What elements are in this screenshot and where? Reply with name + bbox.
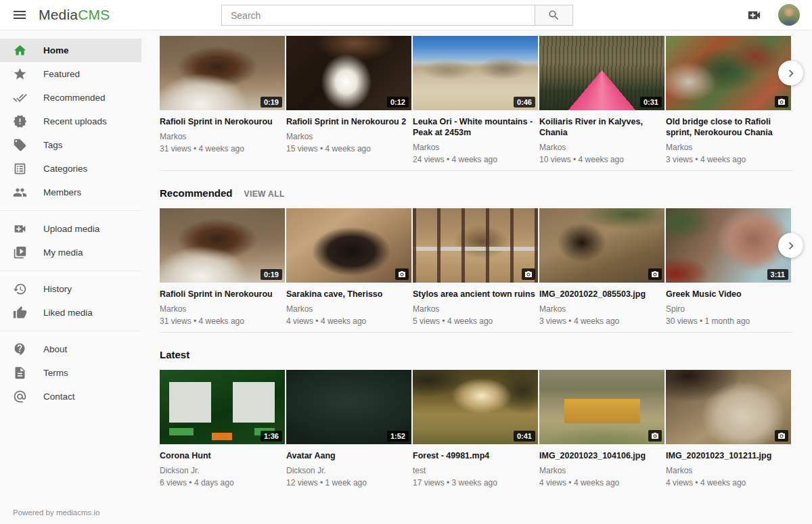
sidebar: HomeFeaturedRecommendedRecent uploadsTag… — [0, 30, 141, 524]
media-row: 0:19Rafioli Sprint in NerokourouMarkos31… — [160, 208, 793, 327]
sidebar-item-upload-media[interactable]: Upload media — [0, 217, 141, 241]
sidebar-item-label: Liked media — [43, 308, 93, 318]
camera-icon — [398, 270, 406, 279]
media-title[interactable]: Forest - 49981.mp4 — [413, 450, 538, 461]
sidebar-divider — [0, 210, 141, 211]
media-card: 0:12Rafioli Sprint in Nerokourou 2Markos… — [286, 36, 411, 154]
scroll-next-button[interactable] — [778, 233, 803, 258]
sidebar-item-terms[interactable]: Terms — [0, 361, 141, 385]
sidebar-item-label: My media — [43, 247, 83, 258]
media-thumbnail[interactable] — [666, 370, 791, 444]
media-thumbnail[interactable]: 3:11 — [666, 208, 791, 283]
media-title[interactable]: IMG_20201023_104106.jpg — [539, 450, 664, 461]
media-meta: 31 views • 4 weeks ago — [160, 144, 285, 154]
sidebar-item-featured[interactable]: Featured — [0, 62, 141, 86]
new-releases-icon — [13, 114, 27, 128]
media-thumbnail[interactable] — [413, 208, 538, 283]
media-author: Dickson Jr. — [160, 466, 285, 476]
sidebar-item-my-media[interactable]: My media — [0, 241, 141, 264]
media-title[interactable]: IMG_20201022_085503.jpg — [539, 289, 664, 300]
media-thumbnail[interactable] — [666, 36, 791, 110]
media-author: Markos — [666, 466, 791, 476]
media-title[interactable]: Old bridge close to Rafioli sprint, Nero… — [666, 116, 791, 138]
media-title[interactable]: Corona Hunt — [160, 450, 285, 461]
media-thumbnail[interactable]: 0:19 — [160, 36, 285, 110]
star-icon — [13, 67, 27, 81]
sidebar-item-members[interactable]: Members — [0, 181, 141, 204]
media-card: Sarakina cave, TherissoMarkos4 views • 4… — [286, 208, 411, 327]
media-thumbnail[interactable]: 0:19 — [160, 208, 285, 283]
image-type-badge — [395, 268, 409, 280]
media-author: Markos — [666, 143, 791, 153]
media-author: Markos — [286, 304, 411, 314]
user-avatar[interactable] — [778, 4, 800, 26]
media-meta: 15 views • 4 weeks ago — [286, 144, 411, 154]
image-type-badge — [522, 268, 535, 280]
view-all-link[interactable]: VIEW ALL — [244, 189, 285, 199]
sidebar-item-categories[interactable]: Categories — [0, 157, 141, 181]
media-author: test — [413, 466, 538, 476]
media-card: 0:19Rafioli Sprint in NerokourouMarkos31… — [160, 36, 285, 154]
media-title[interactable]: Avatar Aang — [286, 450, 411, 461]
sidebar-item-recent-uploads[interactable]: Recent uploads — [0, 110, 141, 133]
sidebar-nav: HomeFeaturedRecommendedRecent uploadsTag… — [0, 39, 141, 408]
chevron-right-icon — [784, 238, 798, 253]
sidebar-item-recommended[interactable]: Recommended — [0, 86, 141, 110]
media-card: Stylos area ancient town ruinsMarkos5 vi… — [413, 208, 538, 327]
duration-badge: 0:41 — [514, 431, 535, 442]
sidebar-item-liked-media[interactable]: Liked media — [0, 301, 141, 325]
media-thumbnail[interactable]: 1:52 — [286, 370, 411, 444]
sidebar-divider — [0, 270, 141, 271]
media-title[interactable]: Rafioli Sprint in Nerokourou 2 — [286, 116, 411, 127]
media-card: Old bridge close to Rafioli sprint, Nero… — [666, 36, 791, 165]
media-thumbnail[interactable]: 1:36 — [160, 370, 285, 444]
media-title[interactable]: Leuka Ori - White mountains - Peak at 24… — [413, 116, 538, 138]
sidebar-item-home[interactable]: Home — [0, 39, 141, 62]
sidebar-item-label: Recommended — [43, 93, 106, 103]
done-all-icon — [13, 91, 27, 105]
sidebar-item-history[interactable]: History — [0, 277, 141, 301]
media-title[interactable]: Stylos area ancient town ruins — [413, 289, 538, 300]
media-thumbnail[interactable] — [539, 370, 664, 444]
media-card: IMG_20201023_101211.jpgMarkos4 views • 4… — [666, 370, 791, 488]
scroll-next-button[interactable] — [778, 61, 803, 86]
sidebar-item-tags[interactable]: Tags — [0, 133, 141, 157]
duration-badge: 0:19 — [261, 97, 282, 108]
section-header: Latest — [160, 349, 793, 360]
sidebar-item-label: Members — [43, 187, 81, 197]
media-thumbnail[interactable]: 0:46 — [413, 36, 538, 110]
media-title[interactable]: Koiliaris River in Kalyves, Chania — [539, 116, 664, 138]
document-icon — [13, 366, 27, 380]
media-row: 1:36Corona HuntDickson Jr.6 views • 4 da… — [160, 370, 793, 488]
section-recommended: RecommendedVIEW ALL0:19Rafioli Sprint in… — [160, 187, 793, 327]
media-author: Markos — [160, 132, 285, 142]
media-author: Markos — [413, 304, 538, 314]
app-logo[interactable]: MediaCMS — [39, 7, 110, 23]
media-thumbnail[interactable]: 0:41 — [413, 370, 538, 444]
media-thumbnail[interactable]: 0:31 — [539, 36, 664, 110]
duration-badge: 3:11 — [767, 269, 788, 280]
media-title[interactable]: IMG_20201023_101211.jpg — [666, 450, 791, 461]
media-title[interactable]: Greek Music Video — [666, 289, 791, 300]
media-title[interactable]: Sarakina cave, Therisso — [286, 289, 411, 300]
sidebar-item-contact[interactable]: Contact — [0, 385, 141, 408]
duration-badge: 0:31 — [640, 97, 662, 108]
powered-by[interactable]: Powered by mediacms.io — [13, 508, 99, 517]
upload-media-button[interactable] — [745, 7, 763, 23]
media-thumbnail[interactable] — [539, 208, 664, 283]
sidebar-item-about[interactable]: About — [0, 337, 141, 361]
logo-part-cms: CMS — [78, 7, 110, 22]
media-title[interactable]: Rafioli Sprint in Nerokourou — [160, 289, 285, 300]
camera-icon — [651, 432, 659, 440]
video-call-icon — [745, 7, 763, 23]
sidebar-item-label: Tags — [43, 140, 63, 150]
search-icon — [547, 9, 560, 22]
media-thumbnail[interactable] — [286, 208, 411, 283]
media-meta: 10 views • 4 weeks ago — [539, 155, 664, 165]
hamburger-menu-button[interactable] — [11, 6, 28, 24]
media-title[interactable]: Rafioli Sprint in Nerokourou — [160, 116, 285, 127]
search-input[interactable] — [221, 5, 535, 26]
media-thumbnail[interactable]: 0:12 — [286, 36, 411, 110]
search-button[interactable] — [535, 5, 573, 26]
camera-icon — [777, 98, 786, 106]
